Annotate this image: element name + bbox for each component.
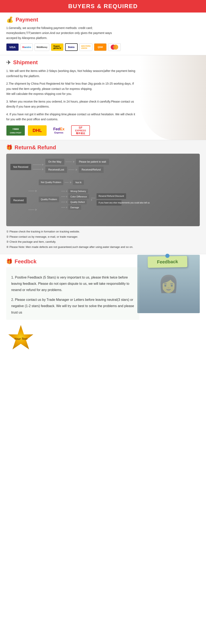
feedback-photo-area: 👩 1. Positive Feedback (5 Stars) is very… [6, 267, 200, 320]
note-1: ① Please check the tracking in formation… [6, 229, 200, 234]
western-union-logo: WESTERNUNION [79, 43, 92, 51]
page-title: BUYERS & REQUIRED [0, 3, 206, 10]
not-fit-box: Not fit [73, 180, 84, 185]
page-header: BUYERS & REQUIRED [0, 0, 206, 12]
payment-description: 1.Generally, we accept the following pay… [6, 26, 123, 40]
received-flow: Received Not Quality Problem [10, 180, 196, 221]
note-1-text: ① Please check the tracking in formation… [6, 229, 80, 234]
note-2-text: ② Please contact us by meesage, e-mail, … [6, 234, 78, 240]
note-2: ② Please contact us by meesage, e-mail, … [6, 234, 200, 240]
china-post-logo: 中国邮政 CHINA POST [6, 125, 25, 136]
please-wait-box: Please be patient to wait [76, 159, 109, 165]
not-received-box: Not Received [10, 164, 31, 170]
shipment-title-row: ✈ Shipment [6, 59, 135, 66]
payment-section: 💰 Payment 1.Generally, we accept the fol… [0, 12, 206, 55]
shipment-para-2: 2.The shipment by China Post Registered … [6, 81, 135, 96]
refund-flowchart: Not Received On the Way [6, 154, 200, 226]
maestro-logo: Maestro [20, 43, 33, 51]
feedback-card: Feedback [148, 256, 188, 268]
note-3: ③ Check the package and Item, carefully. [6, 239, 200, 244]
shipment-icon: ✈ [6, 59, 11, 66]
badge-text: Your Text [14, 337, 28, 340]
shipment-para-1: 1. We will sent the items within 2-5days… [6, 68, 135, 78]
wrong-delivery-box: Wrong Delivery [68, 189, 88, 194]
shipment-content: ✈ Shipment 1. We will sent the items wit… [6, 59, 135, 136]
feedback-para-2: 2. Please contact us by Trade Manager or… [11, 297, 134, 316]
refund-icon: 🎁 [6, 144, 12, 150]
not-received-flow: Not Received On the Way [10, 159, 196, 175]
feedback-card-area: Feedback [148, 256, 187, 268]
yandex-logo: ЯндексДЕНЬГИ [51, 43, 63, 51]
webmoney-logo: WebMoney [35, 43, 49, 51]
refund-section: 🎁 Return& Refund Not Received [0, 140, 206, 254]
received-lost-box: Received/Lost [45, 166, 67, 173]
feedback-heading: Feedbck [14, 258, 37, 265]
shipment-para-4: 4. If you have not got it within the shi… [6, 112, 135, 122]
boleto-logo: Boleto [65, 43, 78, 51]
color-difference-box: Color Difference [68, 194, 89, 199]
note-3-text: ③ Check the package and Item, carefully. [6, 239, 56, 244]
shipment-para-3: 3. When you receive the items you ordere… [6, 99, 135, 109]
payment-heading: Payment [16, 16, 38, 23]
note-4-text: ④ Please Note: Men made defects are not … [6, 244, 133, 250]
payment-title-row: 💰 Payment [6, 16, 200, 23]
fedex-logo: FedEx Express [50, 125, 68, 136]
note-4: ④ Please Note: Men made defects are not … [6, 244, 200, 250]
payment-logos-row: VISA Maestro WebMoney ЯндексДЕНЬГИ Bolet… [6, 43, 200, 51]
feedback-para-1: 1. Positive Feedback (5 Stars) is very i… [11, 274, 134, 293]
feedback-section: 🎁 Feedbck Feedback 👩 1. Positive Feedbac… [0, 254, 206, 357]
feedback-text-area: 1. Positive Feedback (5 Stars) is very i… [6, 267, 139, 320]
gold-badge: Your Text [6, 324, 35, 353]
received-refund-box: Received/Refund [79, 166, 104, 173]
payment-icon: 💰 [6, 16, 13, 23]
refund-notes: ① Please check the tracking in formation… [6, 229, 200, 250]
visa-logo: VISA [6, 43, 19, 51]
feedback-icon: 🎁 [6, 258, 12, 264]
badge-row: Your Text [6, 324, 200, 353]
refund-heading: Return& Refund [14, 144, 56, 151]
resend-refund-box: Resend Refund Discount [97, 193, 126, 199]
svg-point-1 [113, 44, 118, 50]
sf-express-logo: SF EXPRESS 顺丰速运 [71, 125, 90, 136]
if-you-have-box: If you have any else requirements you co… [97, 200, 121, 206]
badge-svg: Your Text [6, 324, 35, 353]
feedback-header-area: 🎁 Feedbck Feedback [6, 258, 200, 265]
quality-problem-box: Quality Problem [39, 196, 59, 202]
feedback-text-box: 1. Positive Feedback (5 Stars) is very i… [6, 267, 139, 320]
dhl-logo: DHL [28, 125, 47, 136]
on-the-way-box: On the Way [45, 159, 64, 165]
refund-title-row: 🎁 Return& Refund [6, 144, 200, 151]
shipment-heading: Shipment [13, 59, 38, 66]
quality-defect-box: Quality Defect [68, 200, 87, 204]
carrier-logos-row: 中国邮政 CHINA POST DHL FedEx Express SF EXP… [6, 125, 135, 136]
qiwi-logo: QIWI [94, 43, 106, 51]
damage-box: Damage [68, 205, 81, 210]
shipment-section: ✈ Shipment 1. We will sent the items wit… [0, 55, 206, 140]
mastercard-logo [108, 43, 121, 51]
feedback-card-text: Feedback [157, 259, 178, 264]
svg-text:中国邮政: 中国邮政 [12, 128, 19, 130]
not-quality-box: Not Quality Problem [39, 180, 63, 185]
received-box: Received [10, 197, 27, 204]
